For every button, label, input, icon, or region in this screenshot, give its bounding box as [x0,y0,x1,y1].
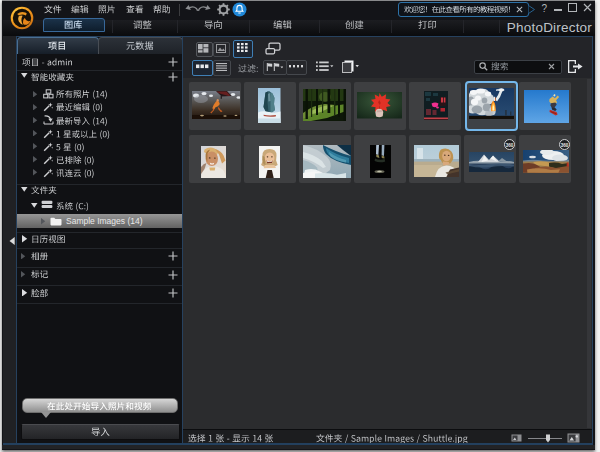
svg-text:360: 360 [506,142,514,147]
svg-text:360: 360 [560,142,568,147]
